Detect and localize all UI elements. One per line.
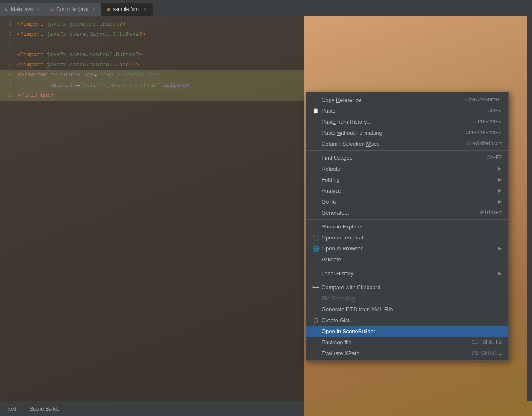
tab-scene-builder-label: Scene Builder: [30, 406, 61, 412]
line-content-7: xmlns:fx="http://javafx.com/fxml" alignm…: [17, 80, 189, 90]
refactor-arrow: ▶: [498, 166, 502, 171]
paste-icon: 📋: [311, 108, 320, 114]
menu-paste-no-format-shortcut: Ctrl+Alt+Shift+V: [465, 130, 502, 136]
menu-goto-label: Go To: [322, 198, 494, 205]
menu-package-file-label: Package file: [322, 339, 461, 345]
menu-paste-label: Paste: [322, 108, 477, 114]
line-content-2: <?import javafx.scene.layout.GridPane?>: [17, 30, 145, 40]
menu-validate-label: Validate: [322, 256, 502, 263]
menu-generate-dtd-label: Generate DTD from XML File: [322, 306, 502, 313]
terminal-icon: ⬛: [311, 234, 320, 241]
line-num-6: 6: [0, 70, 17, 80]
java-icon-2: C: [50, 7, 54, 12]
menu-open-in-terminal-label: Open in Terminal: [322, 234, 502, 241]
menu-column-selection-label: Column Selection Mode: [322, 141, 457, 147]
menu-show-in-explorer[interactable]: Show in Explorer: [306, 221, 508, 232]
menu-column-selection[interactable]: Column Selection Mode Alt+Shift+Insert: [306, 138, 508, 149]
github-icon: ⬡: [311, 317, 320, 324]
tab-controller-java[interactable]: C Controller.java ×: [45, 3, 101, 16]
menu-paste-no-format[interactable]: Paste without Formatting Ctrl+Alt+Shift+…: [306, 127, 508, 138]
menu-generate[interactable]: Generate... Alt+Insert: [306, 207, 508, 218]
separator-4: [306, 280, 508, 280]
menu-evaluate-xpath-label: Evaluate XPath...: [322, 350, 462, 356]
menu-open-in-browser-label: Open in Browser: [322, 245, 494, 252]
tab-sample-fxml[interactable]: ≋ sample.fxml ×: [101, 3, 153, 16]
menu-paste-no-format-label: Paste without Formatting: [322, 130, 455, 136]
editor-area[interactable]: 1 <?import javafx.geometry.Insets?> 2 <?…: [0, 16, 304, 416]
tab-sample-fxml-label: sample.fxml: [113, 6, 140, 12]
menu-generate-label: Generate...: [322, 209, 470, 216]
code-line-8: 8 </GridPane>: [0, 90, 304, 101]
menu-package-file[interactable]: Package file Ctrl+Shift+F9: [306, 337, 508, 348]
menu-copy-reference[interactable]: Copy Reference Ctrl+Alt+Shift+C: [306, 94, 508, 105]
tab-text[interactable]: Text: [0, 402, 23, 415]
menu-open-in-scenebuilder-label: Open In SceneBuilder: [322, 328, 502, 334]
menu-paste-history[interactable]: Paste from History... Ctrl+Shift+V: [306, 116, 508, 127]
line-content-5: <?import javafx.scene.control.Label?>: [17, 60, 139, 70]
menu-package-file-shortcut: Ctrl+Shift+F9: [472, 339, 502, 345]
menu-evaluate-xpath[interactable]: Evaluate XPath... Alt+Ctrl+X, E: [306, 348, 508, 359]
menu-paste-shortcut: Ctrl+V: [487, 108, 502, 114]
editor-scrollbar[interactable]: [527, 16, 532, 401]
line-num-4: 4: [0, 50, 17, 60]
separator-3: [306, 266, 508, 266]
menu-find-usages[interactable]: Find Usages Alt+F7: [306, 152, 508, 163]
menu-find-usages-shortcut: Alt+F7: [487, 155, 502, 160]
menu-compare-clipboard-label: Compare with Clipboard: [322, 284, 502, 291]
menu-analyze[interactable]: Analyze ▶: [306, 185, 508, 196]
line-num-8: 8: [0, 90, 17, 101]
menu-validate[interactable]: Validate: [306, 254, 508, 265]
menu-file-encoding: File Encoding: [306, 293, 508, 304]
tab-main-java-close[interactable]: ×: [35, 7, 40, 12]
tab-sample-fxml-close[interactable]: ×: [142, 7, 147, 12]
code-line-7: 7 xmlns:fx="http://javafx.com/fxml" alig…: [0, 80, 304, 90]
menu-copy-reference-shortcut: Ctrl+Alt+Shift+C: [465, 97, 502, 103]
menu-show-in-explorer-label: Show in Explorer: [322, 223, 502, 230]
menu-generate-shortcut: Alt+Insert: [480, 209, 502, 215]
globe-icon: 🌐: [311, 245, 320, 252]
menu-create-gist[interactable]: ⬡ Create Gist...: [306, 315, 508, 326]
menu-open-in-terminal[interactable]: ⬛ Open in Terminal: [306, 232, 508, 243]
code-line-6: 6 <GridPane fx:controller="sample.Contro…: [0, 70, 304, 80]
line-content-8: </GridPane>: [17, 90, 54, 101]
menu-file-encoding-label: File Encoding: [322, 295, 502, 302]
code-line-4: 4 <?import javafx.scene.control.Button?>: [0, 50, 304, 60]
menu-local-history[interactable]: Local History ▶: [306, 268, 508, 279]
menu-open-in-scenebuilder[interactable]: Open In SceneBuilder: [306, 326, 508, 337]
line-num-7: 7: [0, 80, 17, 90]
menu-analyze-label: Analyze: [322, 188, 494, 194]
tab-main-java-label: Main.java: [11, 6, 33, 12]
menu-paste-history-label: Paste from History...: [322, 119, 464, 125]
menu-folding-label: Folding: [322, 177, 494, 183]
context-menu: Copy Reference Ctrl+Alt+Shift+C 📋 Paste …: [306, 92, 509, 361]
compare-icon: ⟷: [311, 285, 320, 290]
browser-arrow: ▶: [498, 245, 502, 251]
menu-paste[interactable]: 📋 Paste Ctrl+V: [306, 105, 508, 116]
tab-controller-java-close[interactable]: ×: [91, 7, 96, 12]
line-content-1: <?import javafx.geometry.Insets?>: [17, 19, 125, 30]
bottom-tab-bar: Text Scene Builder: [0, 401, 304, 416]
menu-column-selection-shortcut: Alt+Shift+Insert: [467, 141, 502, 147]
menu-generate-dtd[interactable]: Generate DTD from XML File: [306, 304, 508, 315]
separator-2: [306, 219, 508, 220]
code-line-3: 3: [0, 40, 304, 50]
menu-evaluate-xpath-shortcut: Alt+Ctrl+X, E: [472, 350, 502, 356]
fxml-icon: ≋: [106, 7, 110, 12]
analyze-arrow: ▶: [498, 188, 502, 193]
code-line-2: 2 <?import javafx.scene.layout.GridPane?…: [0, 30, 304, 40]
menu-compare-clipboard[interactable]: ⟷ Compare with Clipboard: [306, 282, 508, 293]
tab-scene-builder[interactable]: Scene Builder: [23, 402, 68, 415]
menu-open-in-browser[interactable]: 🌐 Open in Browser ▶: [306, 243, 508, 254]
local-history-arrow: ▶: [498, 270, 502, 276]
tab-bar: C Main.java × C Controller.java × ≋ samp…: [0, 0, 532, 16]
menu-goto[interactable]: Go To ▶: [306, 196, 508, 207]
menu-refactor[interactable]: Refactor ▶: [306, 163, 508, 174]
separator-1: [306, 150, 508, 151]
line-num-3: 3: [0, 40, 17, 50]
tab-text-label: Text: [7, 406, 16, 412]
menu-copy-reference-label: Copy Reference: [322, 97, 455, 103]
menu-local-history-label: Local History: [322, 270, 494, 277]
tab-main-java[interactable]: C Main.java ×: [0, 3, 45, 16]
menu-paste-history-shortcut: Ctrl+Shift+V: [474, 119, 502, 125]
menu-folding[interactable]: Folding ▶: [306, 174, 508, 185]
